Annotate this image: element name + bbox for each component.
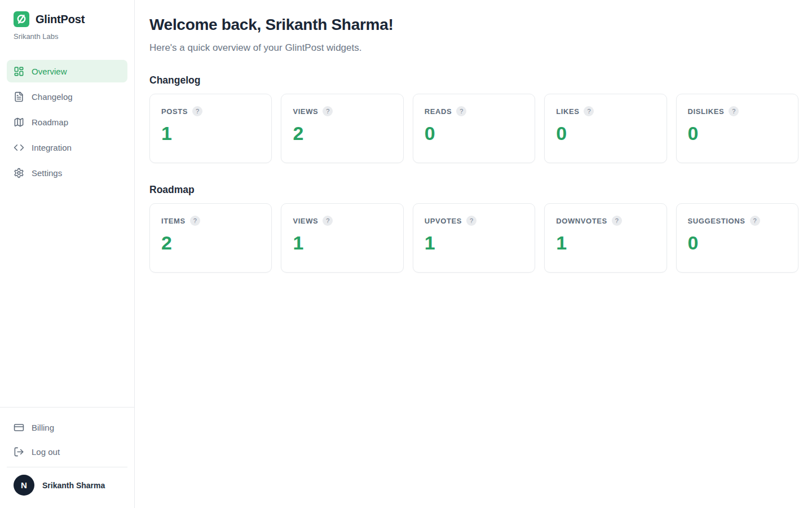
user-menu[interactable]: N Srikanth Sharma xyxy=(7,467,127,508)
sidebar-item-label: Billing xyxy=(32,423,54,432)
dashboard-icon xyxy=(14,66,24,77)
stat-label: READS xyxy=(425,107,452,116)
stat-value: 1 xyxy=(556,232,655,254)
stat-value: 0 xyxy=(425,122,523,144)
stat-card-views: VIEWS?2 xyxy=(281,94,403,163)
sidebar-item-roadmap[interactable]: Roadmap xyxy=(7,111,127,133)
stat-card-views: VIEWS?1 xyxy=(281,203,403,273)
stat-label: LIKES xyxy=(556,107,579,116)
card-grid-changelog: POSTS?1VIEWS?2READS?0LIKES?0DISLIKES?0 xyxy=(149,94,798,163)
help-icon[interactable]: ? xyxy=(456,106,466,116)
stat-card-reads: READS?0 xyxy=(413,94,535,163)
section-title-roadmap: Roadmap xyxy=(149,184,798,196)
stat-card-items: ITEMS?2 xyxy=(149,203,272,273)
sidebar-item-label: Log out xyxy=(32,447,60,457)
stat-label: DISLIKES xyxy=(688,107,725,116)
stat-label: POSTS xyxy=(161,107,188,116)
stat-card-upvotes: UPVOTES?1 xyxy=(413,203,535,273)
stat-value: 1 xyxy=(425,232,523,254)
stat-label: ITEMS xyxy=(161,217,186,225)
stat-sections: ChangelogPOSTS?1VIEWS?2READS?0LIKES?0DIS… xyxy=(149,75,798,273)
help-icon[interactable]: ? xyxy=(466,216,476,226)
brand-name: GlintPost xyxy=(36,13,85,26)
sidebar-item-overview[interactable]: Overview xyxy=(7,60,127,82)
help-icon[interactable]: ? xyxy=(323,216,333,226)
help-icon[interactable]: ? xyxy=(612,216,622,226)
document-icon xyxy=(14,91,24,102)
section-title-changelog: Changelog xyxy=(149,75,798,86)
sidebar-item-label: Roadmap xyxy=(32,117,68,127)
stat-card-likes: LIKES?0 xyxy=(544,94,667,163)
help-icon[interactable]: ? xyxy=(729,106,739,116)
main-content: Welcome back, Srikanth Sharma! Here's a … xyxy=(135,0,812,508)
help-icon[interactable]: ? xyxy=(750,216,760,226)
page-title: Welcome back, Srikanth Sharma! xyxy=(149,16,798,34)
stat-value: 1 xyxy=(293,232,391,254)
stat-value: 0 xyxy=(556,122,655,144)
sidebar-nav: OverviewChangelogRoadmapIntegrationSetti… xyxy=(0,60,134,187)
stat-card-posts: POSTS?1 xyxy=(149,94,272,163)
sidebar-item-integration[interactable]: Integration xyxy=(7,136,127,159)
stat-label: DOWNVOTES xyxy=(556,217,607,225)
stat-value: 0 xyxy=(688,122,787,144)
avatar[interactable]: N xyxy=(14,475,34,496)
stat-card-suggestions: SUGGESTIONS?0 xyxy=(676,203,798,273)
brand: GlintPost Srikanth Labs xyxy=(0,0,134,41)
sidebar-item-changelog[interactable]: Changelog xyxy=(7,85,127,108)
help-icon[interactable]: ? xyxy=(323,106,333,116)
stat-label: UPVOTES xyxy=(425,217,462,225)
stat-label: VIEWS xyxy=(293,107,318,116)
stat-label: VIEWS xyxy=(293,217,318,225)
help-icon[interactable]: ? xyxy=(584,106,594,116)
sidebar-item-label: Integration xyxy=(32,143,72,152)
credit-card-icon xyxy=(14,422,24,433)
stat-value: 1 xyxy=(161,122,260,144)
glintpost-logo-icon xyxy=(14,11,29,27)
logout-icon xyxy=(14,446,24,457)
gear-icon xyxy=(14,168,24,178)
map-icon xyxy=(14,117,24,128)
stat-value: 2 xyxy=(293,122,391,144)
page-subtitle: Here's a quick overview of your GlintPos… xyxy=(149,42,798,54)
stat-value: 0 xyxy=(688,232,787,254)
help-icon[interactable]: ? xyxy=(192,106,202,116)
sidebar-item-label: Changelog xyxy=(32,92,73,102)
sidebar-item-label: Overview xyxy=(32,67,67,76)
user-name: Srikanth Sharma xyxy=(42,481,105,490)
card-grid-roadmap: ITEMS?2VIEWS?1UPVOTES?1DOWNVOTES?1SUGGES… xyxy=(149,203,798,273)
sidebar-footer-nav: BillingLog out xyxy=(7,416,127,463)
code-icon xyxy=(14,142,24,153)
help-icon[interactable]: ? xyxy=(190,216,200,226)
stat-card-downvotes: DOWNVOTES?1 xyxy=(544,203,667,273)
stat-card-dislikes: DISLIKES?0 xyxy=(676,94,798,163)
brand-subtitle: Srikanth Labs xyxy=(14,32,121,41)
stat-value: 2 xyxy=(161,232,260,254)
sidebar-item-log-out[interactable]: Log out xyxy=(7,440,127,463)
sidebar-item-settings[interactable]: Settings xyxy=(7,161,127,184)
sidebar-item-billing[interactable]: Billing xyxy=(7,416,127,439)
stat-label: SUGGESTIONS xyxy=(688,217,745,225)
sidebar: GlintPost Srikanth Labs OverviewChangelo… xyxy=(0,0,135,508)
sidebar-spacer xyxy=(0,187,134,407)
sidebar-item-label: Settings xyxy=(32,168,62,178)
sidebar-footer: BillingLog out N Srikanth Sharma xyxy=(0,407,134,508)
